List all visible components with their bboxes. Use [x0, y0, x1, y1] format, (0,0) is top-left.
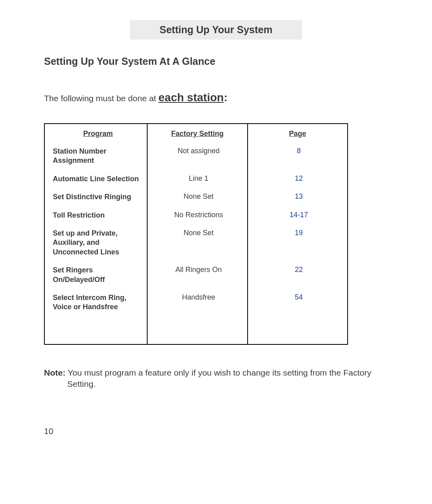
table-row: Set up and Private, Auxiliary, and Uncon… — [44, 223, 348, 260]
cell-page-link[interactable]: 19 — [248, 223, 348, 260]
note-text: You must program a feature only if you w… — [66, 368, 372, 388]
cell-program: Toll Restriction — [44, 205, 147, 223]
col-header-program: Program — [44, 124, 147, 141]
cell-program: Set Distinctive Ringing — [44, 187, 147, 205]
cell-page-link[interactable]: 22 — [248, 260, 348, 288]
table-row: Set Distinctive Ringing None Set 13 — [44, 187, 348, 205]
cell-factory: No Restrictions — [147, 205, 248, 223]
cell-factory: All Ringers On — [147, 260, 248, 288]
cell-factory: Line 1 — [147, 169, 248, 187]
page-number: 10 — [44, 426, 53, 436]
intro-emphasis: each station — [158, 91, 224, 104]
cell-page-link[interactable]: 8 — [248, 141, 348, 169]
cell-program: Set Ringers On/Delayed/Off — [44, 260, 147, 288]
table-row: Set Ringers On/Delayed/Off All Ringers O… — [44, 260, 348, 288]
cell-factory: None Set — [147, 223, 248, 260]
cell-factory: Not assigned — [147, 141, 248, 169]
cell-page-link[interactable]: 12 — [248, 169, 348, 187]
table-header-row: Program Factory Setting Page — [44, 124, 348, 141]
intro-line: The following must be done at each stati… — [44, 91, 388, 104]
col-header-page: Page — [248, 124, 348, 141]
cell-program: Automatic Line Selection — [44, 169, 147, 187]
cell-page-link[interactable]: 13 — [248, 187, 348, 205]
intro-prefix: The following must be done at — [44, 94, 158, 103]
table-bottom-pad — [44, 315, 348, 344]
table-row: Select Intercom Ring, Voice or Handsfree… — [44, 288, 348, 315]
cell-page-link[interactable]: 54 — [248, 288, 348, 315]
settings-table: Program Factory Setting Page Station Num… — [44, 123, 348, 345]
cell-page-link[interactable]: 14-17 — [248, 205, 348, 223]
col-header-factory: Factory Setting — [147, 124, 248, 141]
cell-program: Station Number Assignment — [44, 141, 147, 169]
note-block: Note: You must program a feature only if… — [67, 367, 375, 390]
table-row: Station Number Assignment Not assigned 8 — [44, 141, 348, 169]
intro-colon: : — [224, 91, 227, 104]
section-heading: Setting Up Your System At A Glance — [44, 56, 388, 67]
table-row: Toll Restriction No Restrictions 14-17 — [44, 205, 348, 223]
table-row: Automatic Line Selection Line 1 12 — [44, 169, 348, 187]
note-label: Note: — [44, 368, 66, 377]
page-title-banner: Setting Up Your System — [130, 20, 302, 40]
cell-program: Select Intercom Ring, Voice or Handsfree — [44, 288, 147, 315]
cell-program: Set up and Private, Auxiliary, and Uncon… — [44, 223, 147, 260]
page-container: Setting Up Your System Setting Up Your S… — [0, 0, 432, 504]
cell-factory: None Set — [147, 187, 248, 205]
cell-factory: Handsfree — [147, 288, 248, 315]
